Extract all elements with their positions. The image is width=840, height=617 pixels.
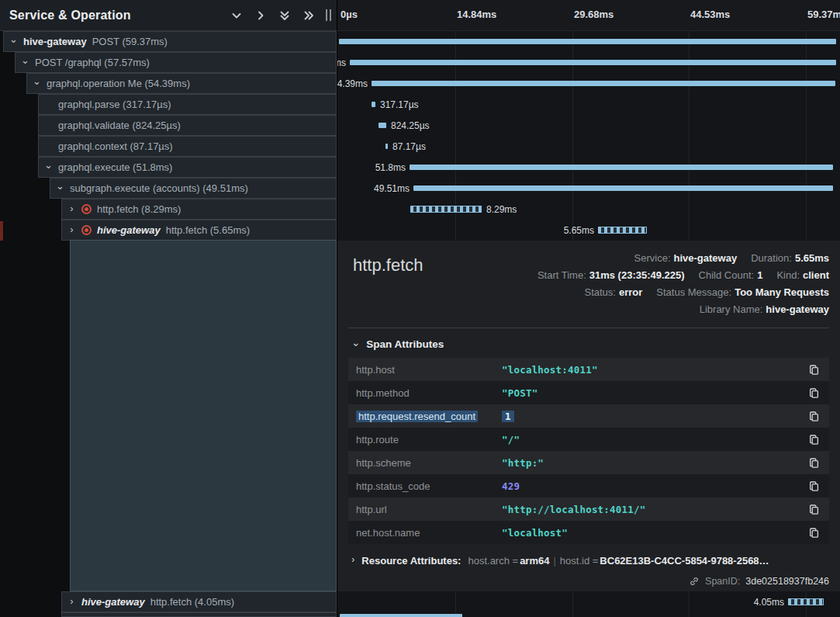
meta-label: Service:	[634, 252, 671, 264]
span-duration-label: 54.39ms	[337, 78, 368, 89]
meta-label: Status:	[585, 286, 616, 298]
expand-all-icon[interactable]	[302, 9, 315, 22]
partial-row-box	[61, 612, 337, 617]
span-tree-item[interactable]: ·graphql.context (87.17µs)	[38, 136, 337, 157]
copy-icon[interactable]	[804, 360, 823, 379]
copy-icon[interactable]	[804, 453, 823, 472]
span-tree-item[interactable]: ⌄POST /graphql (57.57ms)	[15, 52, 337, 73]
meta-label: Start Time:	[538, 269, 586, 281]
meta-value: Too Many Requests	[735, 286, 829, 298]
chevron-down-icon[interactable]: ⌄	[44, 160, 53, 170]
chevron-right-icon: ›	[351, 555, 354, 565]
trace-row: ·graphql.validate (824.25µs)824.25µs	[0, 115, 840, 136]
span-tree-item[interactable]: ⌄hive-gatewayPOST (59.37ms)	[3, 31, 337, 52]
timeline-row: 59.37ms	[337, 31, 840, 52]
panel-resize-handle[interactable]	[326, 9, 331, 21]
attribute-row[interactable]: http.scheme"http:"	[348, 451, 829, 474]
copy-icon[interactable]	[804, 477, 823, 495]
attribute-row[interactable]: http.request.resend_count1	[348, 404, 829, 428]
span-tree-item[interactable]: ›hive-gatewayhttp.fetch (4.05ms)	[61, 591, 337, 612]
timeline-row: 49.51ms	[337, 178, 840, 199]
resource-attributes-row[interactable]: › Resource Attributes: host.arch =arm64|…	[348, 555, 829, 567]
trace-row: ⌄graphql.execute (51.8ms)51.8ms	[0, 157, 840, 178]
span-tree-item[interactable]: ›hive-gatewayhttp.fetch (5.65ms)	[61, 220, 337, 241]
chevron-right-icon[interactable]: ›	[67, 224, 76, 234]
meta-field: Status Message:Too Many Requests	[656, 286, 829, 298]
span-bar[interactable]	[379, 123, 386, 128]
span-bar[interactable]	[385, 144, 388, 149]
collapse-all-icon[interactable]	[278, 9, 291, 22]
error-icon	[81, 204, 92, 214]
span-tree-item[interactable]: ·graphql.parse (317.17µs)	[38, 94, 337, 115]
span-bar[interactable]	[413, 185, 833, 191]
attribute-key: http.url	[356, 504, 502, 515]
attribute-value: "http://localhost:4011/"	[502, 504, 804, 515]
chevron-right-icon[interactable]: ›	[67, 596, 76, 606]
span-bar[interactable]	[340, 614, 462, 617]
attribute-row[interactable]: http.url"http://localhost:4011/"	[348, 497, 829, 521]
chevron-down-icon[interactable]	[230, 9, 243, 22]
span-tree-item[interactable]: ›http.fetch (8.29ms)	[61, 199, 337, 220]
copy-icon[interactable]	[804, 430, 823, 449]
span-tree-item[interactable]: ⌄graphql.execute (51.8ms)	[38, 157, 337, 178]
span-tree-item[interactable]: ·graphql.validate (824.25µs)	[38, 115, 337, 136]
trace-viewer: Service & Operation 0µs14.84ms29.68ms44.…	[0, 0, 840, 617]
chevron-down-icon[interactable]: ⌄	[9, 34, 18, 44]
meta-label: Library Name:	[700, 303, 763, 315]
attribute-row[interactable]: net.host.name"localhost"	[348, 521, 829, 544]
timeline-header: 0µs14.84ms29.68ms44.53ms59.37ms	[337, 0, 840, 31]
span-bar[interactable]	[350, 60, 836, 65]
span-bar[interactable]	[410, 165, 833, 170]
span-duration-label: 8.29ms	[486, 204, 517, 215]
trace-row: ›hive-gatewayhttp.fetch (4.05ms)4.05ms	[0, 591, 840, 612]
span-bar[interactable]	[339, 39, 836, 44]
chevron-down-icon[interactable]: ⌄	[21, 55, 29, 65]
span-id-label: SpanID:	[705, 576, 740, 587]
operation-label: graphql.operation Me (54.39ms)	[47, 78, 190, 89]
chevron-right-icon[interactable]: ›	[67, 203, 76, 213]
span-meta: Service:hive-gatewayDuration:5.65msStart…	[538, 250, 829, 318]
meta-field: Kind:client	[776, 269, 829, 281]
copy-icon[interactable]	[804, 383, 823, 402]
operation-label: graphql.execute (51.8ms)	[58, 161, 172, 173]
timeline-row: 824.25µs	[337, 115, 840, 136]
span-bar[interactable]	[410, 206, 482, 213]
attribute-row[interactable]: http.route"/"	[348, 428, 829, 451]
chevron-down-icon[interactable]: ⌄	[33, 76, 41, 86]
tree-controls	[230, 9, 315, 22]
span-duration-label: 5.65ms	[564, 225, 594, 236]
span-expansion-box	[70, 240, 337, 591]
chevron-right-icon[interactable]	[254, 9, 267, 22]
meta-value: hive-gateway	[674, 252, 738, 264]
span-duration-label: 51.8ms	[375, 162, 406, 173]
attribute-key: http.method	[356, 387, 502, 399]
span-attributes-header[interactable]: ⌄ Span Attributes	[348, 338, 829, 350]
attribute-value: "localhost"	[502, 527, 804, 539]
meta-value: 31ms (23:35:49.225)	[589, 269, 685, 281]
meta-field: Start Time:31ms (23:35:49.225)	[538, 269, 685, 281]
timeline-tick: 0µs	[340, 9, 358, 20]
copy-icon[interactable]	[804, 407, 823, 425]
attribute-row[interactable]: http.method"POST"	[348, 381, 829, 404]
span-tree-item[interactable]: ⌄subgraph.execute (accounts) (49.51ms)	[50, 178, 337, 199]
attribute-key: http.scheme	[356, 457, 502, 469]
span-bar[interactable]	[598, 227, 647, 234]
attribute-key: http.host	[356, 364, 502, 376]
attribute-row[interactable]: http.host"localhost:4011"	[348, 358, 829, 381]
span-title: http.fetch	[348, 250, 423, 276]
span-id-row: SpanID: 3de02518937fb246	[348, 576, 829, 587]
copy-icon[interactable]	[804, 500, 823, 518]
chevron-down-icon[interactable]: ⌄	[56, 181, 64, 191]
span-bar[interactable]	[372, 81, 835, 86]
span-tree-item[interactable]: ⌄graphql.operation Me (54.39ms)	[26, 73, 337, 94]
span-bar[interactable]	[372, 102, 375, 107]
resource-value: BC62E13B-C4CC-5854-9788-2568…	[600, 555, 769, 567]
partial-tree-cell	[0, 612, 337, 617]
copy-icon[interactable]	[804, 523, 823, 542]
span-attributes-title: Span Attributes	[366, 338, 444, 350]
attribute-row[interactable]: http.status_code429	[348, 474, 829, 497]
link-icon[interactable]	[689, 576, 700, 587]
top-bar: Service & Operation 0µs14.84ms29.68ms44.…	[0, 0, 840, 31]
span-bar[interactable]	[788, 598, 824, 605]
timeline-tick: 14.84ms	[457, 9, 496, 20]
